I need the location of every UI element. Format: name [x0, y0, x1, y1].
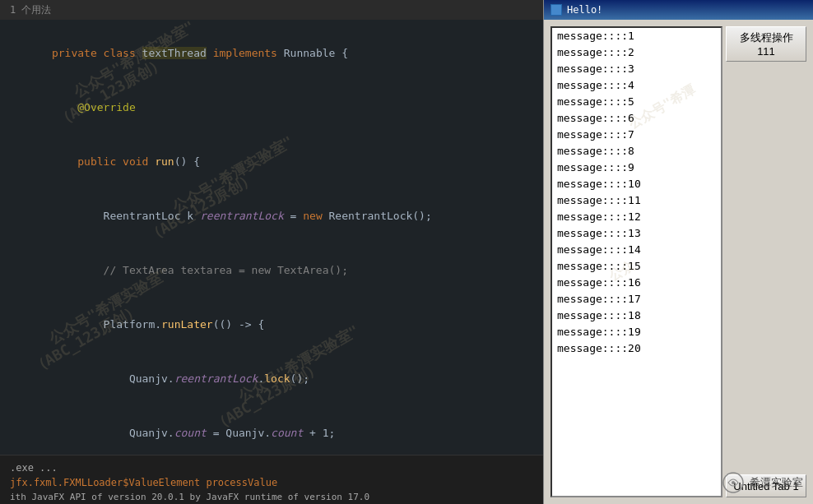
list-item[interactable]: message::::11	[552, 192, 721, 209]
ide-panel: 1 个用法 private class textThread implement…	[0, 0, 543, 504]
console-line-2: jfx.fxml.FXMLLoader$ValueElement process…	[10, 475, 533, 490]
list-item[interactable]: message::::18	[552, 307, 721, 324]
list-item[interactable]: message::::10	[552, 176, 721, 192]
buttons-panel: 多线程操作111 Untitled Tab 1	[722, 20, 813, 504]
list-item[interactable]: message::::1	[552, 28, 721, 44]
list-item[interactable]: message::::12	[552, 209, 721, 225]
list-item[interactable]: message::::2	[552, 44, 721, 61]
list-item[interactable]: message::::15	[552, 258, 721, 275]
code-line-3: public void run() {	[0, 135, 543, 189]
window-titlebar: Hello!	[544, 0, 813, 20]
multithread-button[interactable]: 多线程操作111	[726, 26, 806, 62]
list-item[interactable]: message::::20	[552, 340, 721, 357]
list-item[interactable]: message::::4	[552, 77, 721, 94]
console-panel: .exe ... jfx.fxml.FXMLLoader$ValueElemen…	[0, 455, 543, 504]
list-item[interactable]: message::::19	[552, 324, 721, 340]
code-line-1: private class textThread implements Runn…	[0, 26, 543, 81]
window-app-icon	[551, 4, 562, 16]
message-list-area: message::::1message::::2message::::3mess…	[544, 20, 813, 504]
window-title: Hello!	[567, 3, 602, 16]
list-item[interactable]: message::::16	[552, 275, 721, 291]
code-line-5: // TextArea textarea = new TextArea();	[0, 243, 543, 298]
message-list[interactable]: message::::1message::::2message::::3mess…	[551, 26, 722, 497]
list-item[interactable]: message::::6	[552, 110, 721, 127]
code-editor[interactable]: private class textThread implements Runn…	[0, 20, 543, 504]
list-item[interactable]: message::::14	[552, 242, 721, 258]
usage-label: 1 个用法	[10, 4, 51, 16]
list-item[interactable]: message::::17	[552, 291, 721, 307]
hello-window: Hello! message::::1message::::2message::…	[543, 0, 813, 504]
usage-bar: 1 个用法	[0, 0, 543, 20]
code-line-7: Quanjv.reentrantLock.lock();	[0, 352, 543, 406]
list-item[interactable]: message::::8	[552, 143, 721, 160]
list-item[interactable]: message::::5	[552, 94, 721, 110]
logo-text: 希潭实验室	[750, 475, 803, 490]
svg-point-1	[732, 481, 735, 484]
code-line-2: @Override	[0, 81, 543, 135]
logo-area: 希潭实验室	[722, 471, 803, 494]
code-line-6: Platform.runLater(() -> {	[0, 298, 543, 352]
logo-icon	[722, 471, 745, 494]
list-item[interactable]: message::::3	[552, 61, 721, 77]
console-line-3: ith JavaFX API of version 20.0.1 by Java…	[10, 490, 533, 504]
console-line-1: .exe ...	[10, 460, 533, 475]
code-line-8: Quanjv.count = Quanjv.count + 1;	[0, 406, 543, 460]
list-item[interactable]: message::::13	[552, 225, 721, 242]
list-item[interactable]: message::::9	[552, 160, 721, 176]
code-line-4: ReentrantLoc k reentrantLock = new Reent…	[0, 189, 543, 243]
list-item[interactable]: message::::7	[552, 127, 721, 143]
